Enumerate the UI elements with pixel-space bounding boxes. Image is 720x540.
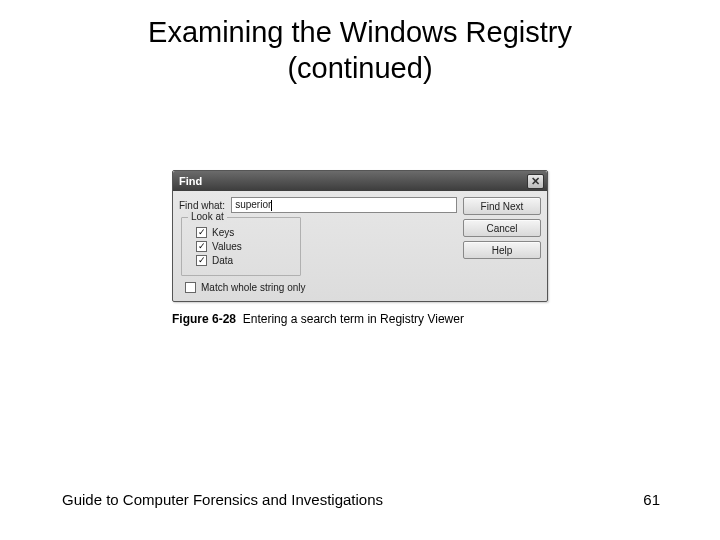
- checkbox-keys[interactable]: ✓ Keys: [190, 227, 292, 238]
- cancel-button[interactable]: Cancel: [463, 219, 541, 237]
- caption-text: Entering a search term in Registry Viewe…: [243, 312, 464, 326]
- figure-caption: Figure 6-28 Entering a search term in Re…: [172, 312, 548, 326]
- checkmark-icon: ✓: [198, 256, 206, 265]
- checkbox-data[interactable]: ✓ Data: [190, 255, 292, 266]
- dialog-right: Find Next Cancel Help: [463, 197, 541, 293]
- checkbox-match-label: Match whole string only: [201, 282, 306, 293]
- footer-page: 61: [643, 491, 660, 508]
- find-what-value: superior: [235, 198, 271, 212]
- checkbox-icon: ✓: [196, 227, 207, 238]
- find-next-label: Find Next: [481, 201, 524, 212]
- find-what-label: Find what:: [179, 200, 225, 211]
- close-icon: ✕: [531, 176, 540, 187]
- checkbox-match[interactable]: Match whole string only: [179, 282, 457, 293]
- caption-label: Figure 6-28: [172, 312, 236, 326]
- dialog-title: Find: [179, 175, 202, 187]
- find-next-button[interactable]: Find Next: [463, 197, 541, 215]
- help-button[interactable]: Help: [463, 241, 541, 259]
- checkbox-icon: ✓: [196, 255, 207, 266]
- dialog-left: Find what: superior Look at ✓ Keys ✓ Val…: [179, 197, 457, 293]
- slide-title: Examining the Windows Registry (continue…: [0, 0, 720, 87]
- checkbox-values[interactable]: ✓ Values: [190, 241, 292, 252]
- footer-book: Guide to Computer Forensics and Investig…: [62, 491, 383, 508]
- checkbox-values-label: Values: [212, 241, 242, 252]
- text-cursor: [271, 200, 272, 211]
- dialog-titlebar: Find ✕: [173, 171, 547, 191]
- checkbox-icon: ✓: [196, 241, 207, 252]
- title-line1: Examining the Windows Registry: [0, 14, 720, 50]
- find-what-input[interactable]: superior: [231, 197, 457, 213]
- cancel-label: Cancel: [486, 223, 517, 234]
- find-dialog: Find ✕ Find what: superior Look at ✓ Key…: [172, 170, 548, 302]
- checkbox-data-label: Data: [212, 255, 233, 266]
- checkmark-icon: ✓: [198, 228, 206, 237]
- title-line2: (continued): [0, 50, 720, 86]
- help-label: Help: [492, 245, 513, 256]
- checkmark-icon: ✓: [198, 242, 206, 251]
- checkbox-icon: [185, 282, 196, 293]
- close-button[interactable]: ✕: [527, 174, 544, 189]
- figure: Find ✕ Find what: superior Look at ✓ Key…: [172, 170, 548, 326]
- lookat-legend: Look at: [188, 211, 227, 222]
- slide-footer: Guide to Computer Forensics and Investig…: [62, 491, 660, 508]
- lookat-group: Look at ✓ Keys ✓ Values ✓ Data: [181, 217, 301, 276]
- checkbox-keys-label: Keys: [212, 227, 234, 238]
- dialog-body: Find what: superior Look at ✓ Keys ✓ Val…: [173, 191, 547, 301]
